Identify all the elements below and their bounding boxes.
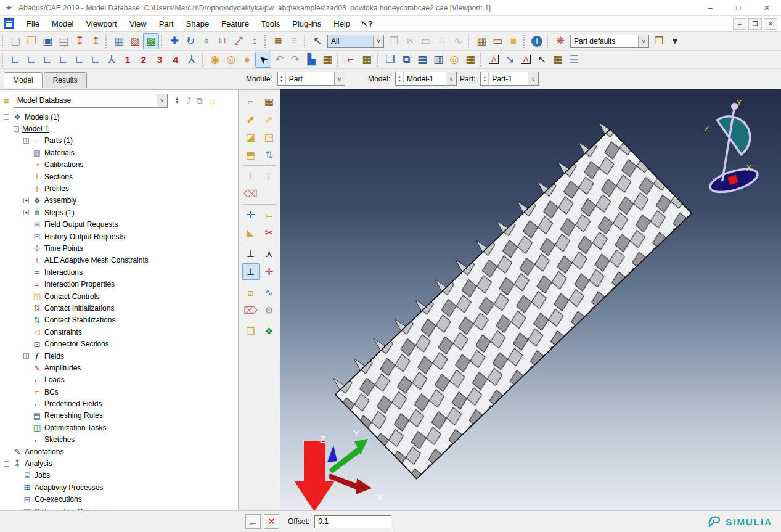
part-geometry[interactable] [326,120,692,478]
remove-selected-icon[interactable]: ∷ [434,33,450,49]
color-palette-icon[interactable]: ❋ [552,33,568,49]
selection-filter-combo[interactable]: All∨ [327,35,384,48]
assign-mesh-tool[interactable]: ❖ [261,323,278,340]
menu-item-tools[interactable]: Tools [255,17,286,31]
part-spinner[interactable]: ▲▼ [481,72,489,85]
tree-item-adaptivity-processes[interactable]: ⊞Adaptivity Processes [1,481,237,493]
display-group-manager-icon[interactable]: ▦ [359,52,375,68]
annotation-list-icon[interactable]: ☰ [566,52,582,68]
tree-item-model-1[interactable]: -Model-1 [1,123,237,134]
lightbulb-icon[interactable]: ☼ [208,96,217,106]
magnify-view-icon[interactable]: ⌖ [198,33,215,49]
mdi-minimize-button[interactable]: – [733,18,746,30]
mirror-part-tool[interactable]: ⇅ [261,147,278,163]
feature-tools-tool[interactable]: ⚙ [261,302,278,319]
expand-icon[interactable]: + [23,138,29,144]
boolean-circle-icon[interactable]: ● [239,52,255,68]
datum-plane-offset-tool[interactable]: ⟂ [242,263,260,280]
rotate-view-icon[interactable]: ↻ [182,33,198,49]
mdi-restore-button[interactable]: ❐ [748,18,762,30]
render-beam-profiles-alt-icon[interactable]: ≡ [286,33,302,49]
redo-icon[interactable]: ↷ [287,52,303,68]
geometry-edit-tool[interactable]: ❒ [242,323,260,340]
pan-view-icon[interactable]: ✚ [166,33,182,49]
annotation-arrow-text-icon[interactable]: A [486,52,502,68]
repair-tool[interactable]: ⌫ [242,186,260,202]
tree-item-interaction-properties[interactable]: ≍Interaction Properties [1,278,237,290]
module-combo[interactable]: ▲▼ Part ∨ [277,72,345,86]
minimize-window-button[interactable]: – [696,0,724,16]
tree-item-fields[interactable]: +ƒFields [1,350,237,362]
view-1-button[interactable]: 1 [120,52,136,68]
viewport-canvas[interactable]: Z Y X Z Y X [280,89,781,510]
prompt-cancel-button[interactable]: ✕ [264,514,279,529]
query-info-icon[interactable]: i [529,33,545,49]
tree-item-calibrations[interactable]: ◔Calibrations [1,159,237,171]
view-top-icon[interactable]: ∟ [39,52,55,68]
custom-views-icon[interactable]: ⅄ [184,52,200,68]
part-combo[interactable]: ▲▼ Part-1 ∨ [480,72,539,86]
tree-spinner[interactable]: ▲▼ [173,94,181,107]
viewport-tile-horizontal-icon[interactable]: ▤ [414,52,430,68]
print-icon[interactable]: ▤ [55,33,72,49]
probe-arrow-icon[interactable]: ➤ [255,52,271,68]
save-icon[interactable]: ▣ [39,33,55,49]
display-group-cut-icon[interactable]: ⌐ [343,52,359,68]
chevron-down-icon[interactable]: ∨ [157,94,167,107]
cut-scissors-tool[interactable]: ✂ [261,224,278,241]
maximize-window-button[interactable]: □ [724,0,753,16]
chevron-down-icon[interactable]: ∨ [638,35,648,47]
offset-input[interactable] [314,515,391,528]
chevron-down-icon[interactable]: ∨ [446,72,456,85]
tree-item-constraints[interactable]: ◁Constraints [1,326,237,338]
select-pointer-icon[interactable]: ↖ [309,33,325,49]
replace-selected-icon[interactable]: ▭ [418,33,434,49]
datum-plane-tool[interactable]: ⟂ [242,245,260,262]
boolean-intersect-icon[interactable]: ◎ [223,52,239,68]
datum-csys-tool[interactable]: ✛ [261,263,278,280]
chevron-down-icon[interactable]: ∨ [373,35,383,47]
annotation-pointer-icon[interactable]: ↖ [534,52,550,68]
shell-sweep-tool[interactable]: ◳ [261,129,278,145]
edit-sketch-tool[interactable]: ∿ [261,284,278,301]
hollow-cube-icon[interactable]: ▭ [489,33,505,49]
viewport-manager-icon[interactable]: ▦ [462,52,478,68]
view-left-icon[interactable]: ∟ [72,52,88,68]
view-3-button[interactable]: 3 [152,52,168,68]
view-right-icon[interactable]: ∟ [88,52,104,68]
tree-item-analysis[interactable]: -⁑Analysis [1,457,237,469]
render-beam-profiles-icon[interactable]: ≣ [270,33,286,49]
solid-extrude-tool[interactable]: ⬈ [242,111,260,128]
collapse-icon[interactable]: - [4,461,9,467]
group-manager-icon[interactable]: ▦ [319,52,335,68]
tree-item-contact-stabilizations[interactable]: ⇅Contact Stabilizations [1,314,237,326]
collapse-folder-icon[interactable]: ⤴ [187,96,191,105]
collapse-icon[interactable]: - [4,114,9,120]
new-file-icon[interactable]: ▢ [7,33,23,49]
menu-item-model[interactable]: Model [46,17,80,31]
expand-icon[interactable]: + [23,210,29,215]
viewport-single-icon[interactable]: ❑ [382,52,398,68]
menu-item-viewport[interactable]: Viewport [80,17,123,31]
close-window-button[interactable]: ✕ [753,0,781,16]
mdi-close-button[interactable]: ✕ [764,18,777,30]
export-model-icon[interactable]: ↥ [88,33,104,49]
view-iso-icon[interactable]: ⅄ [104,52,120,68]
tree-item-sections[interactable]: ISections [1,171,237,182]
tree-item-contact-controls[interactable]: ◫Contact Controls [1,290,237,302]
tree-item-ale-adaptive-mesh-constraints[interactable]: ⊥ALE Adaptive Mesh Constraints [1,255,237,266]
color-dropdown-arrow-icon[interactable]: ▾ [667,33,683,49]
model-combo[interactable]: ▲▼ Model-1 ∨ [395,72,457,86]
tree-item-history-output-requests[interactable]: ⊟History Output Requests [1,231,237,242]
context-help-icon[interactable]: ↖? [361,19,373,28]
replace-all-cube-icon[interactable]: ▦ [473,33,489,49]
menu-item-shape[interactable]: Shape [180,17,216,31]
copy-display-group-icon[interactable]: ❒ [386,33,402,49]
menu-item-file[interactable]: File [20,17,46,31]
create-group-icon[interactable]: ▙ [303,52,319,68]
tree-item-bcs[interactable]: ⌐BCs [1,386,237,398]
hiddenline-render-icon[interactable]: ▨ [127,33,143,49]
wire-plane-tool[interactable]: ◪ [242,129,260,145]
tree-item-models[interactable]: -❖Models (1) [1,111,237,123]
expand-icon[interactable]: + [23,198,29,203]
